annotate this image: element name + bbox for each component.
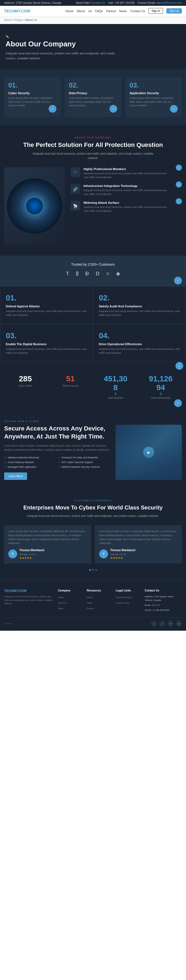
crypto-logo-6: ◆ bbox=[116, 270, 120, 277]
stats-arrow[interactable]: › bbox=[174, 399, 182, 407]
eye-pupil bbox=[26, 198, 43, 214]
nav-contact[interactable]: Contact Us bbox=[130, 10, 145, 13]
stat-number-3: 451,308 bbox=[95, 374, 137, 392]
author-stars-1: ★★★★★ bbox=[19, 557, 45, 560]
footer-legal-2: Privacy Policy bbox=[116, 600, 141, 605]
dot-1[interactable] bbox=[89, 569, 91, 571]
footer-resources-links: Home FAQs Partout bbox=[87, 595, 112, 610]
trusted-section: Trusted by 2,500+ Customers T ₿ Ð D ≡ ◆ … bbox=[0, 256, 186, 286]
testimonials-desc: Integrate local and cloud resources, pro… bbox=[4, 514, 182, 518]
footer-contact-title: Contact Us bbox=[144, 589, 182, 592]
about-feature-2: 🔗 Infrastructure Integration Technology … bbox=[71, 184, 182, 196]
features-grid: 01. Cyber Security Lorem ipsum dolor sit… bbox=[4, 77, 182, 117]
about-title: About Our Company bbox=[6, 40, 180, 48]
about-feature-arrow-2[interactable]: › bbox=[176, 181, 182, 188]
stat-2: 51 Total Accounts bbox=[49, 374, 91, 399]
nav-partout[interactable]: Partout bbox=[106, 10, 116, 13]
about-company-section: ABOUT OUR COMPANY The Perfect Solution F… bbox=[0, 125, 186, 256]
feature-desc-2: Lorem ipsum dolor sit amet, consectetur … bbox=[69, 96, 117, 108]
social-instagram[interactable]: ig bbox=[176, 620, 182, 627]
dark-feature-4: 04. Drive Operational Efficiencies Integ… bbox=[93, 324, 186, 362]
feature-card-2: 02. Data Privacy Lorem ipsum dolor sit a… bbox=[65, 77, 121, 117]
about-features-list: 🛡 Highly Professional Members Integrate … bbox=[71, 167, 182, 218]
dot-2[interactable] bbox=[92, 569, 94, 571]
about-feature-arrow-1[interactable]: › bbox=[176, 165, 182, 171]
footer-legal-col: Legal Links Terms of Service Privacy Pol… bbox=[116, 589, 141, 612]
footer-brand-desc: Integrate local and cloud resources, pro… bbox=[4, 595, 54, 606]
footer-contact-col: Contact Us Address: 2750 Quadra Street V… bbox=[144, 589, 182, 612]
footer-link-home: Home bbox=[58, 595, 83, 599]
footer-link-news: News bbox=[58, 606, 83, 610]
feature-icon-2: 🔗 bbox=[71, 184, 80, 194]
testimonial-author-1: T Thomas Markdanel Manager of LTD ★★★★★ bbox=[8, 549, 87, 560]
about-company-title: The Perfect Solution For All Protection … bbox=[4, 141, 182, 149]
dot-3[interactable] bbox=[95, 569, 97, 571]
image-overlay bbox=[115, 447, 182, 480]
footer-link-about: About Us bbox=[58, 600, 83, 605]
feature-text-3: Widening Attack Surface Integrate local … bbox=[83, 201, 172, 213]
secure-description: Lorem ipsum dolor sit amet, consectetur … bbox=[4, 444, 110, 452]
social-facebook[interactable]: f bbox=[151, 620, 157, 627]
footer-logo: TECHMY.COM bbox=[4, 589, 54, 593]
author-stars-2: ★★★★★ bbox=[110, 557, 135, 560]
footer-phone: Phone: +1-435-490-#100 bbox=[144, 608, 182, 612]
secure-image-box: ▶ bbox=[115, 425, 182, 480]
footer-grid: TECHMY.COM Integrate local and cloud res… bbox=[4, 589, 182, 612]
social-twitter[interactable]: t bbox=[159, 620, 165, 627]
feature-num-3: 03. bbox=[130, 81, 178, 89]
email-link[interactable]: admin@Techmy.com bbox=[156, 2, 182, 5]
secure-image: ▶ bbox=[115, 425, 182, 480]
nav-faqs[interactable]: FAQs bbox=[95, 10, 103, 13]
dark-feature-1: 01. Defend Against Attacks Integrate loc… bbox=[0, 286, 93, 324]
dark-feature-num-4: 04. bbox=[99, 331, 180, 340]
about-image bbox=[4, 167, 65, 245]
signin-button[interactable]: Sign In bbox=[148, 8, 163, 14]
secure-item-3: ✓ Smart Delivery Network bbox=[4, 461, 56, 464]
footer-email-link[interactable]: admin@ bbox=[151, 604, 160, 606]
feature-icon-3: 📡 bbox=[71, 201, 80, 211]
footer-email: Email: admin@ bbox=[144, 603, 182, 607]
secure-section: SECURE WEB & CYBER Secure Access Across … bbox=[0, 410, 186, 490]
secure-item-5: ✓ Managed Web Application bbox=[4, 465, 56, 468]
feature-title-3: Application Security bbox=[130, 91, 178, 95]
feature-arrow-2[interactable]: › bbox=[109, 105, 117, 113]
features-section: 01. Cyber Security Lorem ipsum dolor sit… bbox=[0, 69, 186, 125]
navbar: TECHMY.COM Home About Us FAQs Partout Ne… bbox=[0, 6, 186, 16]
about-company-desc: Integrate local and cloud resources, pro… bbox=[31, 151, 156, 161]
testimonials-title: Enterprises Move To Cybex For World Clas… bbox=[4, 504, 182, 511]
secure-image-visual: ▶ bbox=[115, 425, 182, 480]
trusted-arrow[interactable]: › bbox=[174, 277, 182, 285]
dark-feature-title-1: Defend Against Attacks bbox=[6, 305, 87, 308]
feature-arrow-1[interactable]: › bbox=[49, 105, 56, 113]
stat-label-1: Days Online bbox=[4, 384, 46, 387]
about-feature-1: 🛡 Highly Professional Members Integrate … bbox=[71, 167, 182, 179]
carousel-dots bbox=[4, 569, 182, 571]
breadcrumb-home[interactable]: Home bbox=[4, 19, 11, 22]
testimonial-text-1: Lorem ipsum dolor sit amet, consectetur … bbox=[8, 529, 87, 546]
address-text: Address: 2750 Quadra Street Victoria, Ca… bbox=[4, 2, 61, 5]
check-icon-3: ✓ bbox=[4, 461, 6, 464]
footer-company-links: Home About Us News bbox=[58, 595, 83, 610]
social-linkedin[interactable]: in bbox=[167, 620, 173, 627]
contact-link[interactable]: Contact Us bbox=[91, 2, 105, 5]
breadcrumb-pages[interactable]: Pages bbox=[14, 19, 22, 22]
dark-feature-title-2: Satisfy Audit And Compliance bbox=[99, 305, 180, 308]
nav-about[interactable]: About bbox=[77, 10, 85, 13]
feature-arrow-3[interactable]: › bbox=[170, 105, 178, 113]
feature-card-3: 03. Application Security Lorem ipsum dol… bbox=[125, 77, 182, 117]
about-feature-arrow-3[interactable]: › bbox=[176, 198, 182, 204]
dark-feature-num-3: 03. bbox=[6, 331, 87, 340]
dark-feature-desc-3: Integrate local and cloud resources, use… bbox=[6, 347, 87, 355]
footer-legal-1: Terms of Service bbox=[116, 595, 141, 599]
footer-legal-links: Terms of Service Privacy Policy bbox=[116, 595, 141, 605]
learn-more-button[interactable]: Learn More bbox=[4, 473, 27, 480]
nav-home[interactable]: Home bbox=[66, 10, 74, 13]
secure-content: Secure Access Across Any Device, Anywher… bbox=[4, 425, 110, 480]
nav-news[interactable]: News bbox=[119, 10, 127, 13]
stat-4: 91,12694 $ Total Withdrawals bbox=[140, 374, 182, 399]
author-avatar-1: T bbox=[8, 549, 17, 558]
secure-item-1: ✓ Malware Detection Removal bbox=[4, 456, 56, 459]
author-name-1: Thomas Markdanel bbox=[19, 549, 45, 552]
signup-button[interactable]: Sign Up bbox=[167, 8, 182, 14]
nav-us[interactable]: Us bbox=[88, 10, 92, 13]
